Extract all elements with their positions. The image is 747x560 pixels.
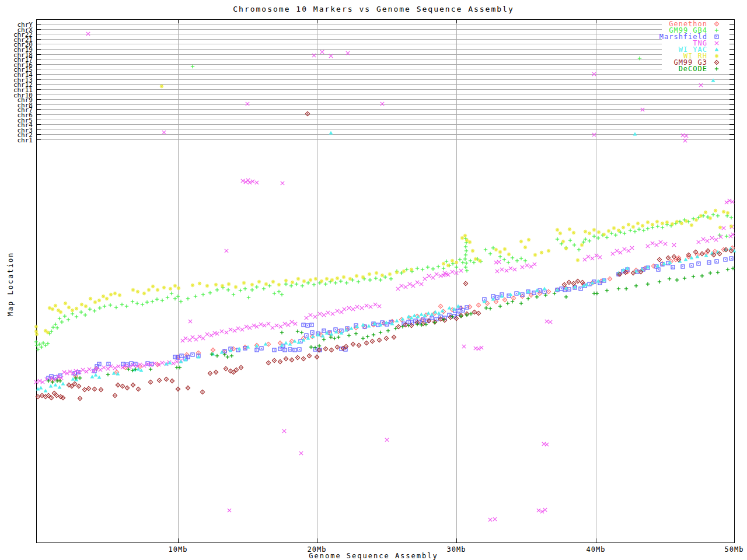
point-dot: [533, 292, 535, 293]
point: [58, 386, 62, 389]
point-dot: [725, 259, 726, 260]
point-dot: [212, 349, 214, 351]
point-dot: [577, 281, 578, 282]
point: [61, 382, 65, 386]
point-dot: [589, 284, 590, 285]
point-dot: [122, 386, 123, 387]
point: [54, 383, 58, 387]
point-dot: [94, 388, 95, 390]
point-dot: [181, 355, 182, 356]
point-dot: [45, 396, 46, 397]
point-dot: [157, 364, 158, 365]
point-dot: [127, 387, 128, 388]
point-dot: [210, 373, 211, 374]
point-dot: [337, 346, 338, 348]
plot-border: [37, 20, 735, 543]
legend-label: DeCODE: [679, 65, 707, 73]
point-dot: [378, 324, 379, 326]
point-dot: [316, 356, 317, 358]
point-dot: [245, 348, 246, 349]
point-dot: [411, 322, 413, 323]
point-dot: [573, 283, 574, 284]
point-dot: [668, 257, 669, 258]
point-dot: [431, 317, 432, 318]
point-dot: [108, 363, 109, 365]
point-dot: [55, 377, 56, 378]
point-dot: [280, 361, 281, 362]
point-dot: [300, 341, 301, 342]
point-dot: [88, 388, 89, 389]
point: [94, 373, 98, 377]
point-dot: [493, 296, 494, 297]
point-dot: [78, 386, 79, 387]
point-dot: [478, 304, 479, 306]
point-dot: [187, 356, 189, 358]
series-wi-yac: [36, 79, 736, 393]
point-dot: [548, 291, 549, 292]
point-dot: [355, 325, 357, 326]
point-dot: [236, 369, 237, 370]
point-dot: [386, 338, 387, 339]
point: [395, 319, 399, 323]
point-dot: [516, 293, 517, 294]
point-dot: [48, 395, 49, 396]
point: [367, 324, 371, 328]
point-dot: [116, 372, 117, 373]
point-dot: [408, 321, 409, 323]
point-dot: [187, 387, 189, 388]
point: [407, 315, 411, 318]
point-dot: [719, 253, 720, 254]
point-dot: [484, 299, 485, 300]
point: [284, 341, 288, 345]
point-dot: [594, 281, 595, 282]
point-dot: [256, 349, 257, 351]
x-axis-title: Genome Sequence Assembly: [0, 552, 747, 560]
point-dot: [135, 363, 136, 365]
point-dot: [311, 324, 312, 326]
point-dot: [561, 288, 562, 289]
point-dot: [306, 335, 307, 336]
point-dot: [390, 321, 392, 323]
point-dot: [707, 250, 708, 251]
point: [90, 375, 95, 379]
series-wi-rh: [34, 85, 733, 336]
point-dot: [458, 313, 459, 314]
point-dot: [125, 367, 126, 368]
point-dot: [625, 272, 626, 273]
point-dot: [672, 267, 673, 268]
point-dot: [84, 389, 85, 390]
point-dot: [138, 388, 139, 390]
point-dot: [675, 259, 676, 260]
point: [633, 132, 637, 136]
point-dot: [487, 303, 488, 304]
point-dot: [192, 354, 193, 355]
point-dot: [688, 254, 689, 256]
point-dot: [716, 23, 717, 24]
point-dot: [297, 357, 298, 358]
point: [711, 79, 715, 82]
point-dot: [284, 349, 285, 351]
point-dot: [609, 278, 610, 279]
point-dot: [415, 320, 416, 321]
point-dot: [60, 396, 61, 397]
point-dot: [54, 393, 55, 394]
point-dot: [233, 372, 234, 373]
point-dot: [716, 261, 717, 262]
point-dot: [582, 282, 583, 283]
point-dot: [289, 349, 291, 350]
point-dot: [456, 318, 457, 319]
point-dot: [291, 341, 292, 342]
point-dot: [117, 384, 118, 386]
point-dot: [366, 342, 367, 344]
point: [509, 293, 513, 296]
point-dot: [285, 358, 287, 359]
point-dot: [678, 259, 679, 260]
point-dot: [478, 313, 479, 314]
point-dot: [177, 388, 179, 390]
point-dot: [233, 348, 234, 349]
point-dot: [56, 395, 57, 396]
legend-entry-marshfield: Marshfield: [659, 33, 718, 41]
point-dot: [78, 372, 79, 373]
point-dot: [731, 258, 732, 259]
point-dot: [225, 368, 226, 369]
